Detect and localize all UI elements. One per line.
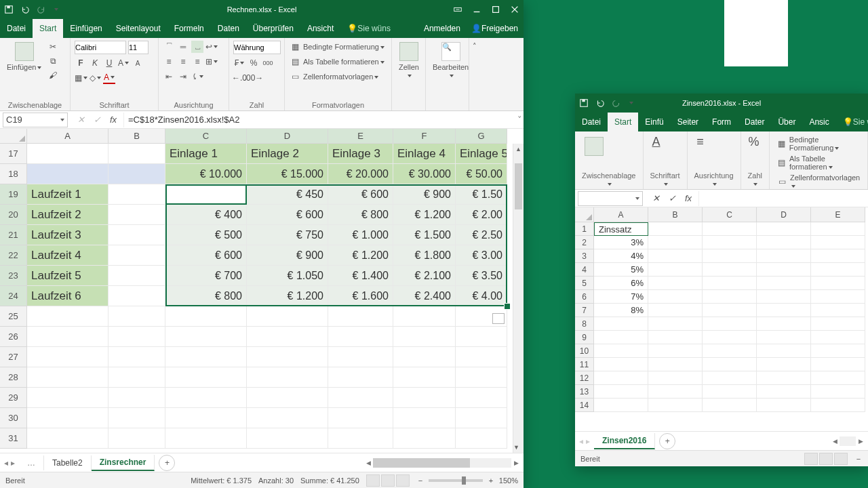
cell-2-E1[interactable] — [811, 222, 865, 236]
wrap-text-icon[interactable]: ↩ — [205, 41, 218, 53]
cell-2-C6[interactable] — [703, 290, 757, 304]
tell-me-2[interactable]: 💡 Sie wüns — [836, 113, 868, 131]
sheet-tab-zinsen2016[interactable]: Zinsen2016 — [594, 433, 655, 449]
collapse-ribbon-icon[interactable]: ˄ — [469, 38, 480, 110]
cell-B28[interactable] — [108, 367, 165, 388]
autofill-options-button[interactable] — [492, 313, 505, 324]
cell-C31[interactable] — [165, 428, 247, 449]
cell-D25[interactable] — [247, 306, 328, 327]
tab-start[interactable]: Start — [33, 19, 63, 38]
cell-A27[interactable] — [27, 347, 108, 367]
vertical-scrollbar[interactable]: ▲ ▼ — [513, 144, 524, 453]
col-header-A[interactable]: A — [27, 129, 108, 144]
cell-2-A10[interactable] — [594, 344, 648, 358]
save-icon-2[interactable] — [579, 98, 589, 108]
cell-G20[interactable]: € 2.00 — [456, 205, 507, 225]
cell-2-D8[interactable] — [757, 317, 811, 331]
cell-B21[interactable] — [108, 225, 165, 245]
italic-icon[interactable]: K — [89, 57, 101, 69]
zoom-out-2[interactable]: − — [854, 455, 863, 463]
cell-F18[interactable]: € 30.000 — [393, 164, 456, 184]
redo-icon-2[interactable] — [612, 98, 621, 108]
cell-2-E14[interactable] — [811, 399, 865, 412]
cell-G18[interactable]: € 50.00 — [456, 164, 507, 184]
cell-D27[interactable] — [247, 347, 328, 367]
cell-D17[interactable]: Einlage 2 — [247, 144, 328, 164]
zoom-slider[interactable] — [429, 479, 483, 482]
cell-2-D4[interactable] — [757, 263, 811, 277]
cell-E18[interactable]: € 20.000 — [328, 164, 393, 184]
cell-D18[interactable]: € 15.000 — [247, 164, 328, 184]
cell-2-E9[interactable] — [811, 331, 865, 344]
cell-D26[interactable] — [247, 327, 328, 347]
paste-button[interactable]: Einfügen — [4, 41, 44, 73]
cell-B24[interactable] — [108, 286, 165, 306]
cell-2-B6[interactable] — [648, 290, 703, 304]
zoom-control-2[interactable]: − — [854, 455, 863, 463]
conditional-formatting-button[interactable]: ▦Bedingte Formatierung — [289, 41, 384, 53]
tell-me-search[interactable]: 💡 Sie wüns — [340, 19, 397, 38]
cell-B22[interactable] — [108, 245, 165, 266]
view-normal-2[interactable] — [804, 453, 818, 465]
cell-2-A6[interactable]: 7% — [594, 290, 648, 304]
cell-A18[interactable] — [27, 164, 108, 184]
row-header-30[interactable]: 30 — [0, 408, 27, 428]
cell-2-B4[interactable] — [648, 263, 703, 277]
cell-2-A3[interactable]: 4% — [594, 249, 648, 263]
align-bottom-icon[interactable]: ⎵ — [191, 41, 203, 53]
format-as-table-button[interactable]: ▤Als Tabelle formatieren — [289, 56, 384, 68]
cell-2-A4[interactable]: 5% — [594, 263, 648, 277]
cell-B19[interactable] — [108, 184, 165, 205]
row-header-18[interactable]: 18 — [0, 164, 27, 184]
cell-2-D13[interactable] — [757, 385, 811, 399]
cell-A28[interactable] — [27, 367, 108, 388]
cell-E24[interactable]: € 1.600 — [328, 286, 393, 306]
tab-ansicht[interactable]: Ansicht — [300, 19, 340, 38]
horizontal-scrollbar[interactable]: ◀ ▶ — [361, 458, 524, 468]
cell-E21[interactable]: € 1.000 — [328, 225, 393, 245]
cell-E20[interactable]: € 800 — [328, 205, 393, 225]
cell-F22[interactable]: € 1.800 — [393, 245, 456, 266]
tab-einfu-2[interactable]: Einfü — [638, 113, 670, 131]
align-icon-2[interactable]: ≡ — [694, 136, 707, 148]
cell-F21[interactable]: € 1.500 — [393, 225, 456, 245]
cell-B23[interactable] — [108, 266, 165, 286]
col-header-F[interactable]: F — [393, 129, 456, 144]
cell-2-E10[interactable] — [811, 344, 865, 358]
cell-D31[interactable] — [247, 428, 328, 449]
cell-2-E2[interactable] — [811, 236, 865, 249]
row-header-2-3[interactable]: 3 — [575, 249, 594, 263]
cell-C23[interactable]: € 700 — [165, 266, 247, 286]
cell-2-C11[interactable] — [703, 358, 757, 371]
cell-2-B5[interactable] — [648, 277, 703, 290]
row-header-26[interactable]: 26 — [0, 327, 27, 347]
fill-handle[interactable] — [504, 303, 511, 310]
cell-B27[interactable] — [108, 347, 165, 367]
align-top-icon[interactable]: ⎴ — [163, 41, 175, 53]
cell-A19[interactable]: Laufzeit 1 — [27, 184, 108, 205]
cell-D22[interactable]: € 900 — [247, 245, 328, 266]
redo-icon[interactable] — [37, 5, 46, 14]
horizontal-scrollbar-2[interactable]: ◀ ▶ — [827, 436, 868, 446]
select-all-corner[interactable] — [0, 129, 27, 144]
cell-F28[interactable] — [393, 367, 456, 388]
scroll-left-2[interactable]: ◀ — [830, 438, 840, 445]
cell-G19[interactable]: € 1.50 — [456, 184, 507, 205]
align-left-icon[interactable]: ≡ — [163, 56, 175, 68]
cell-2-C3[interactable] — [703, 249, 757, 263]
cancel-formula-icon[interactable]: ✕ — [75, 115, 87, 125]
row-header-29[interactable]: 29 — [0, 388, 27, 408]
row-header-19[interactable]: 19 — [0, 184, 27, 205]
enter-formula-icon[interactable]: ✓ — [91, 115, 103, 125]
cell-2-E13[interactable] — [811, 385, 865, 399]
cut-icon[interactable]: ✂ — [47, 41, 59, 53]
decrease-decimal-icon[interactable]: .00→ — [248, 72, 260, 84]
cell-G29[interactable] — [456, 388, 507, 408]
col-header-2-D[interactable]: D — [757, 207, 811, 222]
qat-customize-icon-2[interactable] — [628, 98, 637, 108]
cell-B31[interactable] — [108, 428, 165, 449]
scroll-up-icon[interactable]: ▲ — [513, 144, 524, 155]
cell-F29[interactable] — [393, 388, 456, 408]
cell-2-C14[interactable] — [703, 399, 757, 412]
as-table-button-2[interactable]: ▤Als Tabelle formatieren — [776, 155, 861, 171]
